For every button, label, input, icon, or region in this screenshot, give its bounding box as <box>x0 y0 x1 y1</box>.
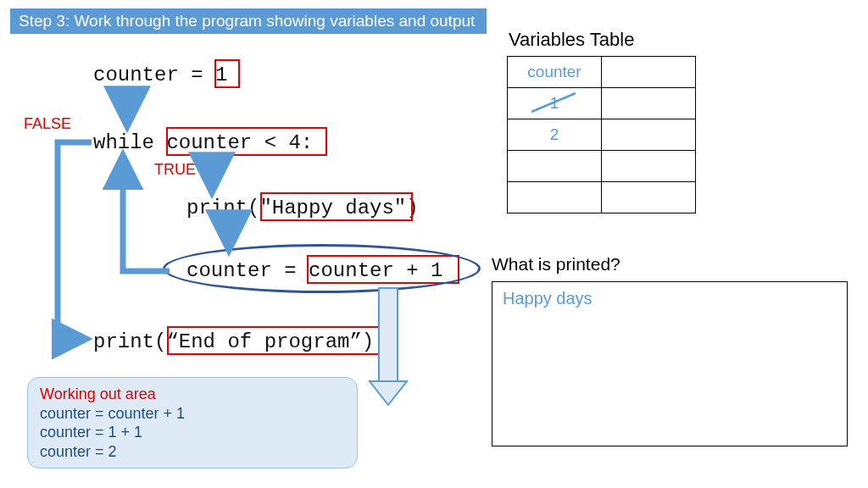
svg-marker-4 <box>370 381 407 405</box>
workout-title: Working out area <box>40 385 345 404</box>
variables-title: Variables Table <box>509 29 634 51</box>
var-r4c1 <box>602 182 696 214</box>
printed-line-0: Happy days <box>503 289 837 308</box>
printed-title: What is printed? <box>492 254 620 274</box>
label-false: FALSE <box>24 115 71 133</box>
variables-table: counter 1 2 <box>507 56 696 214</box>
strike-line-icon <box>508 88 599 117</box>
svg-rect-3 <box>379 288 398 381</box>
ellipse-increment <box>163 244 481 293</box>
step-banner: Step 3: Work through the program showing… <box>10 8 487 34</box>
var-r0c0: counter <box>508 57 602 88</box>
var-r4c0 <box>508 182 602 214</box>
code-line-1: counter = 1 <box>93 64 227 86</box>
redbox-init-value <box>214 59 240 88</box>
printed-box: Happy days <box>492 281 848 446</box>
svg-line-5 <box>531 93 576 112</box>
var-r1c0: 1 <box>508 88 602 119</box>
var-r2c0: 2 <box>508 119 602 151</box>
workout-line-0: counter = counter + 1 <box>40 404 345 424</box>
var-r0c1 <box>602 57 696 88</box>
var-r2c1 <box>602 119 696 151</box>
var-r1c1 <box>602 88 696 119</box>
label-true: TRUE <box>154 161 196 179</box>
redbox-print-arg <box>260 192 413 221</box>
var-r3c0 <box>508 151 602 182</box>
redbox-end-arg <box>167 326 381 355</box>
workout-line-2: counter = 2 <box>40 442 345 462</box>
redbox-condition <box>166 127 327 156</box>
working-out-area: Working out area counter = counter + 1 c… <box>27 377 358 469</box>
var-r3c1 <box>602 151 696 182</box>
workout-line-1: counter = 1 + 1 <box>40 423 345 442</box>
